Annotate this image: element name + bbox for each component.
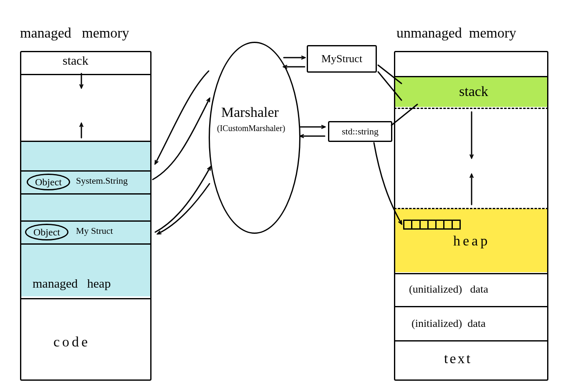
object-tag-2: Object (25, 224, 68, 240)
marshaler-ellipse (209, 42, 300, 234)
object1-type-label: System.String (76, 175, 128, 186)
marshaler-subtitle: (ICustomMarshaler) (217, 124, 285, 133)
native-stdstring-box: std::string (328, 121, 392, 142)
unmanaged-heap-dash (394, 208, 548, 209)
marshaler-title: Marshaler (221, 104, 279, 120)
heap-allocation-boxes (403, 220, 461, 230)
object2-type-label: My Struct (76, 225, 113, 236)
native-mystruct-box: MyStruct (307, 45, 377, 73)
managed-code-label: code (53, 334, 90, 350)
managed-memory-column (20, 51, 151, 381)
unmanaged-text-label: text (444, 351, 472, 367)
unmanaged-init-label: (initialized) data (411, 317, 486, 330)
managed-heap-top-divider (20, 141, 151, 142)
unmanaged-stack-dash (394, 108, 548, 109)
unmanaged-top-divider (394, 76, 548, 77)
managed-stack-label: stack (63, 53, 88, 68)
object-tag-1: Object (27, 174, 70, 190)
managed-heap-bottom-divider (20, 298, 151, 299)
managed-title: managed memory (20, 25, 129, 41)
unmanaged-title: unmanaged memory (396, 25, 516, 41)
managed-heap-label: managed heap (33, 276, 111, 291)
object-tag-1-label: Object (35, 177, 62, 187)
unmanaged-uninit-label: (unitialized) data (409, 283, 488, 296)
unmanaged-heap-label: heap (453, 233, 490, 249)
object-tag-2-label: Object (33, 227, 60, 237)
native-stdstring-label: std::string (342, 126, 379, 137)
unmanaged-stack-label: stack (459, 83, 488, 99)
native-mystruct-label: MyStruct (321, 53, 362, 65)
